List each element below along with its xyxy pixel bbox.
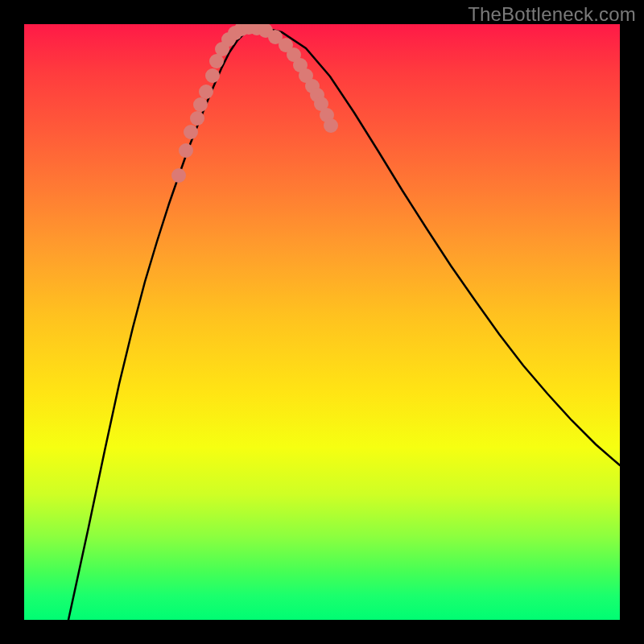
chart-frame: TheBottleneck.com (0, 0, 644, 644)
bottleneck-curve (68, 27, 620, 620)
curve-marker (193, 97, 208, 112)
curve-markers (171, 24, 338, 183)
curve-marker (199, 85, 213, 99)
chart-svg (24, 24, 620, 620)
curve-marker (179, 143, 193, 158)
curve-marker (324, 118, 338, 133)
plot-area (24, 24, 620, 620)
curve-marker (171, 168, 186, 183)
watermark-text: TheBottleneck.com (468, 3, 636, 26)
curve-marker (190, 111, 204, 126)
curve-marker (184, 125, 198, 139)
curve-marker (205, 68, 220, 83)
